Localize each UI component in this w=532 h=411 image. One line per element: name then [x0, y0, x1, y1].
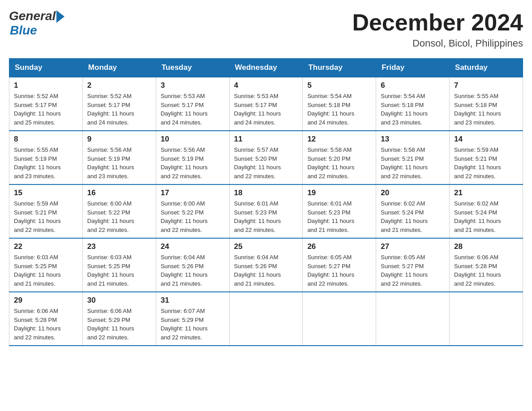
header-monday: Monday: [82, 59, 156, 77]
day-info: Sunrise: 5:54 AM Sunset: 5:18 PM Dayligh…: [307, 92, 371, 127]
calendar-cell: 30 Sunrise: 6:06 AM Sunset: 5:29 PM Dayl…: [82, 292, 156, 346]
day-number: 28: [454, 242, 518, 251]
day-info: Sunrise: 6:02 AM Sunset: 5:24 PM Dayligh…: [454, 199, 518, 234]
location-title: Donsol, Bicol, Philippines: [352, 38, 523, 49]
day-number: 14: [454, 135, 518, 144]
calendar-cell: 31 Sunrise: 6:07 AM Sunset: 5:29 PM Dayl…: [156, 292, 229, 346]
day-number: 15: [14, 188, 78, 197]
day-info: Sunrise: 6:01 AM Sunset: 5:23 PM Dayligh…: [234, 199, 298, 234]
calendar-cell: 16 Sunrise: 6:00 AM Sunset: 5:22 PM Dayl…: [82, 184, 156, 238]
day-number: 24: [161, 242, 225, 251]
day-info: Sunrise: 6:05 AM Sunset: 5:27 PM Dayligh…: [381, 253, 445, 288]
day-info: Sunrise: 6:03 AM Sunset: 5:25 PM Dayligh…: [14, 253, 78, 288]
calendar-cell: 7 Sunrise: 5:55 AM Sunset: 5:18 PM Dayli…: [450, 77, 523, 131]
day-number: 19: [307, 188, 371, 197]
title-section: December 2024 Donsol, Bicol, Philippines: [352, 9, 523, 49]
day-info: Sunrise: 5:59 AM Sunset: 5:21 PM Dayligh…: [454, 146, 518, 180]
day-number: 13: [381, 135, 445, 144]
calendar-cell: 21 Sunrise: 6:02 AM Sunset: 5:24 PM Dayl…: [450, 184, 523, 238]
day-number: 31: [161, 296, 225, 305]
calendar-cell: 10 Sunrise: 5:56 AM Sunset: 5:19 PM Dayl…: [156, 131, 229, 184]
day-number: 27: [381, 242, 445, 251]
day-info: Sunrise: 5:58 AM Sunset: 5:21 PM Dayligh…: [381, 146, 445, 180]
logo: General Blue: [9, 9, 64, 38]
day-number: 21: [454, 188, 518, 197]
day-info: Sunrise: 6:00 AM Sunset: 5:22 PM Dayligh…: [161, 199, 225, 234]
calendar-cell: 28 Sunrise: 6:06 AM Sunset: 5:28 PM Dayl…: [450, 238, 523, 292]
day-number: 20: [381, 188, 445, 197]
calendar-cell: [229, 292, 303, 346]
day-info: Sunrise: 5:55 AM Sunset: 5:19 PM Dayligh…: [14, 146, 78, 180]
day-info: Sunrise: 6:03 AM Sunset: 5:25 PM Dayligh…: [87, 253, 151, 288]
day-number: 1: [14, 81, 78, 90]
calendar-week-1: 1 Sunrise: 5:52 AM Sunset: 5:17 PM Dayli…: [9, 77, 523, 131]
logo-arrow-icon: [56, 10, 64, 23]
logo-general-text: General: [9, 9, 56, 23]
day-info: Sunrise: 6:06 AM Sunset: 5:28 PM Dayligh…: [14, 307, 78, 342]
calendar-week-3: 15 Sunrise: 5:59 AM Sunset: 5:21 PM Dayl…: [9, 184, 523, 238]
day-number: 4: [234, 81, 298, 90]
calendar-cell: 25 Sunrise: 6:04 AM Sunset: 5:26 PM Dayl…: [229, 238, 303, 292]
day-info: Sunrise: 5:52 AM Sunset: 5:17 PM Dayligh…: [87, 92, 151, 127]
calendar-cell: [450, 292, 523, 346]
calendar-cell: 29 Sunrise: 6:06 AM Sunset: 5:28 PM Dayl…: [9, 292, 83, 346]
day-number: 2: [87, 81, 151, 90]
day-number: 29: [14, 296, 78, 305]
day-info: Sunrise: 6:02 AM Sunset: 5:24 PM Dayligh…: [381, 199, 445, 234]
day-info: Sunrise: 5:53 AM Sunset: 5:17 PM Dayligh…: [234, 92, 298, 127]
day-number: 12: [307, 135, 371, 144]
day-number: 5: [307, 81, 371, 90]
day-info: Sunrise: 6:01 AM Sunset: 5:23 PM Dayligh…: [307, 199, 371, 234]
day-info: Sunrise: 6:06 AM Sunset: 5:29 PM Dayligh…: [87, 307, 151, 342]
calendar-cell: [303, 292, 376, 346]
day-info: Sunrise: 5:56 AM Sunset: 5:19 PM Dayligh…: [161, 146, 225, 180]
day-number: 7: [454, 81, 518, 90]
calendar-cell: 22 Sunrise: 6:03 AM Sunset: 5:25 PM Dayl…: [9, 238, 83, 292]
month-year-title: December 2024: [352, 9, 523, 36]
calendar-cell: 14 Sunrise: 5:59 AM Sunset: 5:21 PM Dayl…: [450, 131, 523, 184]
calendar-cell: 8 Sunrise: 5:55 AM Sunset: 5:19 PM Dayli…: [9, 131, 83, 184]
calendar-cell: 6 Sunrise: 5:54 AM Sunset: 5:18 PM Dayli…: [376, 77, 450, 131]
calendar-cell: 26 Sunrise: 6:05 AM Sunset: 5:27 PM Dayl…: [303, 238, 376, 292]
header-tuesday: Tuesday: [156, 59, 229, 77]
day-number: 25: [234, 242, 298, 251]
calendar-cell: 20 Sunrise: 6:02 AM Sunset: 5:24 PM Dayl…: [376, 184, 450, 238]
header-wednesday: Wednesday: [229, 59, 303, 77]
day-info: Sunrise: 5:52 AM Sunset: 5:17 PM Dayligh…: [14, 92, 78, 127]
calendar-week-5: 29 Sunrise: 6:06 AM Sunset: 5:28 PM Dayl…: [9, 292, 523, 346]
calendar-cell: 4 Sunrise: 5:53 AM Sunset: 5:17 PM Dayli…: [229, 77, 303, 131]
day-info: Sunrise: 6:05 AM Sunset: 5:27 PM Dayligh…: [307, 253, 371, 288]
day-info: Sunrise: 6:06 AM Sunset: 5:28 PM Dayligh…: [454, 253, 518, 288]
calendar-cell: 2 Sunrise: 5:52 AM Sunset: 5:17 PM Dayli…: [82, 77, 156, 131]
day-number: 23: [87, 242, 151, 251]
day-info: Sunrise: 5:59 AM Sunset: 5:21 PM Dayligh…: [14, 199, 78, 234]
day-info: Sunrise: 6:04 AM Sunset: 5:26 PM Dayligh…: [161, 253, 225, 288]
day-number: 18: [234, 188, 298, 197]
day-info: Sunrise: 5:56 AM Sunset: 5:19 PM Dayligh…: [87, 146, 151, 180]
calendar-cell: 17 Sunrise: 6:00 AM Sunset: 5:22 PM Dayl…: [156, 184, 229, 238]
page-header: General Blue December 2024 Donsol, Bicol…: [9, 9, 523, 49]
logo-blue-text: Blue: [10, 23, 37, 38]
day-info: Sunrise: 5:58 AM Sunset: 5:20 PM Dayligh…: [307, 146, 371, 180]
header-saturday: Saturday: [450, 59, 523, 77]
day-number: 22: [14, 242, 78, 251]
calendar-cell: [376, 292, 450, 346]
day-number: 17: [161, 188, 225, 197]
day-info: Sunrise: 5:55 AM Sunset: 5:18 PM Dayligh…: [454, 92, 518, 127]
day-number: 30: [87, 296, 151, 305]
day-info: Sunrise: 5:53 AM Sunset: 5:17 PM Dayligh…: [161, 92, 225, 127]
calendar-cell: 5 Sunrise: 5:54 AM Sunset: 5:18 PM Dayli…: [303, 77, 376, 131]
day-number: 11: [234, 135, 298, 144]
header-sunday: Sunday: [9, 59, 83, 77]
calendar-cell: 19 Sunrise: 6:01 AM Sunset: 5:23 PM Dayl…: [303, 184, 376, 238]
calendar-cell: 23 Sunrise: 6:03 AM Sunset: 5:25 PM Dayl…: [82, 238, 156, 292]
calendar-cell: 9 Sunrise: 5:56 AM Sunset: 5:19 PM Dayli…: [82, 131, 156, 184]
day-number: 3: [161, 81, 225, 90]
calendar-cell: 3 Sunrise: 5:53 AM Sunset: 5:17 PM Dayli…: [156, 77, 229, 131]
calendar-cell: 13 Sunrise: 5:58 AM Sunset: 5:21 PM Dayl…: [376, 131, 450, 184]
calendar-cell: 27 Sunrise: 6:05 AM Sunset: 5:27 PM Dayl…: [376, 238, 450, 292]
day-info: Sunrise: 5:57 AM Sunset: 5:20 PM Dayligh…: [234, 146, 298, 180]
header-friday: Friday: [376, 59, 450, 77]
calendar-cell: 11 Sunrise: 5:57 AM Sunset: 5:20 PM Dayl…: [229, 131, 303, 184]
day-info: Sunrise: 6:04 AM Sunset: 5:26 PM Dayligh…: [234, 253, 298, 288]
